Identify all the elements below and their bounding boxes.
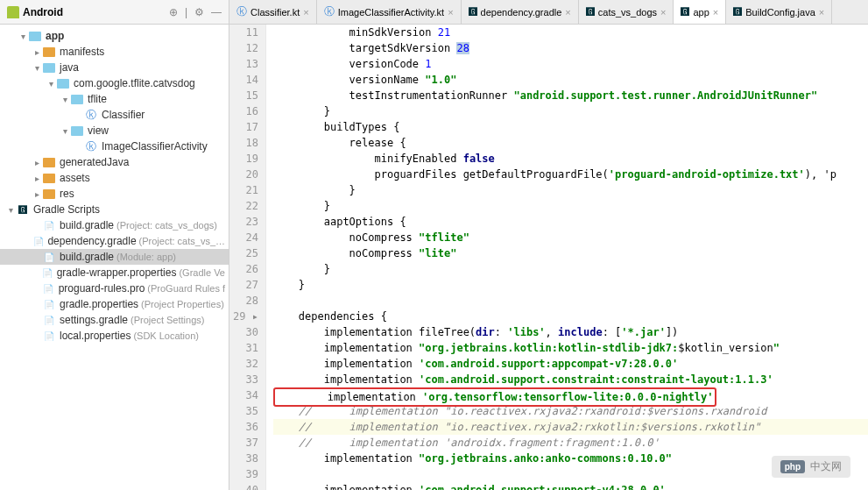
editor-tabs: Classifier.kt×ImageClassifierActivity.kt… [229,0,868,25]
divider-icon: | [185,6,187,18]
tree-gradle-file[interactable]: 📄dependency.gradle(Project: cats_vs_… [0,233,229,249]
editor-tab[interactable]: ImageClassifierActivity.kt× [317,0,462,24]
tree-res[interactable]: ▸res [0,186,229,202]
project-sidebar: Android ⊕ | ⚙ — ▾app ▸manifests ▾java ▾c… [0,0,229,490]
code-content[interactable]: minSdkVersion 21 targetSdkVersion 28 ver… [266,25,868,490]
editor-tab[interactable]: 🅶cats_vs_dogs× [579,0,674,24]
tree-gradle-file[interactable]: 📄settings.gradle(Project Settings) [0,312,229,328]
close-icon[interactable]: × [660,7,666,18]
editor-tab[interactable]: 🅶app× [674,0,726,24]
tree-gradle-file[interactable]: 📄local.properties(SDK Location) [0,328,229,344]
tree-java[interactable]: ▾java [0,60,229,75]
watermark: php 中文网 [772,456,850,478]
tree-view[interactable]: ▾view [0,123,229,138]
editor-tab[interactable]: Classifier.kt× [229,0,317,24]
tree-generated[interactable]: ▸generatedJava [0,154,229,170]
watermark-text: 中文网 [810,459,842,474]
tree-activity[interactable]: ImageClassifierActivity [0,138,229,154]
tree-classifier[interactable]: Classifier [0,107,229,123]
tree-gradle-file[interactable]: 📄gradle.properties(Project Properties) [0,296,229,312]
tree-manifests[interactable]: ▸manifests [0,44,229,60]
tree-package[interactable]: ▾com.google.tflite.catvsdog [0,75,229,91]
tree-gradle-file[interactable]: 📄proguard-rules.pro(ProGuard Rules f [0,281,229,296]
close-icon[interactable]: × [713,7,718,18]
sidebar-header: Android ⊕ | ⚙ — [0,0,229,25]
editor-tab[interactable]: 🅶BuildConfig.java× [726,0,832,24]
editor-tab[interactable]: 🅶dependency.gradle× [462,0,579,24]
project-tree: ▾app ▸manifests ▾java ▾com.google.tflite… [0,25,229,490]
editor-pane: Classifier.kt×ImageClassifierActivity.kt… [229,0,868,490]
tree-gradle-scripts[interactable]: ▾🅶Gradle Scripts [0,202,229,217]
close-icon[interactable]: × [303,7,308,18]
sidebar-title: Android [23,6,169,18]
tree-gradle-file[interactable]: 📄gradle-wrapper.properties(Gradle Ve [0,265,229,281]
code-editor[interactable]: 1112131415161718192021222324252627282930… [229,25,868,490]
android-icon [7,6,19,18]
tree-app[interactable]: ▾app [0,28,229,44]
close-icon[interactable]: × [448,7,453,18]
close-icon[interactable]: × [819,7,824,18]
tree-assets[interactable]: ▸assets [0,170,229,186]
watermark-logo: php [780,460,805,473]
collapse-icon[interactable]: — [211,6,222,18]
gear-icon[interactable]: ⚙ [194,6,204,18]
target-icon[interactable]: ⊕ [169,6,178,18]
close-icon[interactable]: × [565,7,570,18]
tree-tflite[interactable]: ▾tflite [0,91,229,107]
gutter: 1112131415161718192021222324252627282930… [229,25,266,490]
tree-gradle-file[interactable]: 📄build.gradle(Module: app) [0,249,229,265]
tree-gradle-file[interactable]: 📄build.gradle(Project: cats_vs_dogs) [0,217,229,233]
